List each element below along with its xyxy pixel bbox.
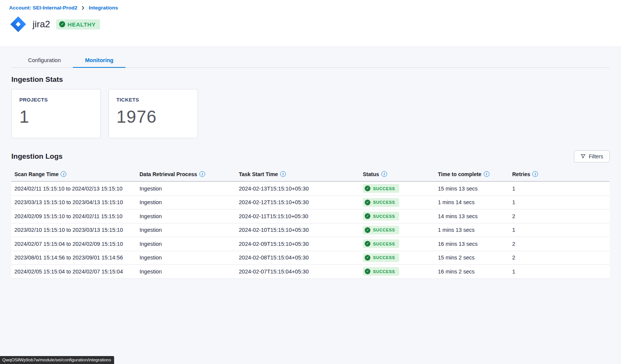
task-start-cell: 2024-02-08T15:15:04+05:30 [239, 255, 363, 261]
status-cell: ✓ SUCCESS [363, 212, 438, 220]
status-badge: ✓ SUCCESS [363, 239, 399, 248]
task-start-cell: 2024-02-10T15:15:10+05:30 [239, 227, 363, 233]
breadcrumb-integrations-link[interactable]: Integrations [89, 5, 118, 11]
table-row[interactable]: 2024/02/05 15:15:04 to 2024/02/07 15:15:… [11, 265, 610, 279]
ingestion-logs-header: Ingestion Logs Filters [11, 150, 610, 162]
col-retries: Retries [512, 171, 530, 177]
info-icon[interactable]: i [280, 171, 286, 177]
status-badge: ✓ SUCCESS [363, 212, 399, 220]
table-row[interactable]: 2023/02/10 15:15:10 to 2023/03/13 15:15:… [11, 223, 610, 237]
retries-cell: 1 [512, 227, 610, 233]
table-row[interactable]: 2024/02/09 15:15:10 to 2024/02/11 15:15:… [11, 209, 610, 223]
retries-cell: 2 [512, 255, 610, 261]
retries-cell: 2 [512, 213, 610, 219]
task-start-cell: 2024-02-09T15:15:10+05:30 [239, 241, 363, 247]
time-to-complete-cell: 16 mins 2 secs [438, 269, 512, 275]
stat-label: PROJECTS [19, 97, 93, 103]
breadcrumb-chevron-icon [81, 6, 85, 10]
stat-label: TICKETS [116, 97, 190, 103]
tab-bar: Configuration Monitoring [11, 54, 610, 68]
check-circle-icon: ✓ [365, 227, 370, 233]
info-icon[interactable]: i [199, 171, 205, 177]
scan-range-cell: 2023/02/10 15:15:10 to 2023/03/13 15:15:… [14, 227, 140, 233]
check-circle-icon: ✓ [365, 241, 370, 247]
stat-value: 1 [19, 106, 93, 127]
retries-cell: 1 [512, 199, 610, 205]
breadcrumb-account-link[interactable]: Account: SEI-Internal-Prod2 [9, 5, 77, 11]
jira-logo-icon [9, 15, 27, 33]
process-cell: Ingestion [140, 199, 239, 205]
status-cell: ✓ SUCCESS [363, 239, 438, 248]
filters-button[interactable]: Filters [574, 150, 610, 162]
info-icon[interactable]: i [484, 171, 489, 177]
scan-range-cell: 2024/02/07 15:15:04 to 2024/02/09 15:15:… [14, 241, 140, 247]
filter-funnel-icon [580, 154, 586, 159]
table-row[interactable]: 2023/03/13 15:15:10 to 2023/04/13 15:15:… [11, 196, 610, 210]
col-scan-range-time: Scan Range Time [14, 171, 58, 177]
status-label: SUCCESS [373, 242, 395, 246]
info-icon[interactable]: i [61, 171, 66, 177]
status-badge: ✓ SUCCESS [363, 253, 399, 262]
info-icon[interactable]: i [381, 171, 387, 177]
process-cell: Ingestion [140, 213, 239, 219]
task-start-cell: 2024-02-11T15:15:10+05:30 [239, 213, 363, 219]
info-icon[interactable]: i [532, 171, 538, 177]
check-circle-icon: ✓ [365, 186, 370, 191]
ingestion-stats-cards: PROJECTS 1 TICKETS 1976 [11, 89, 610, 138]
retries-cell: 1 [512, 186, 610, 192]
retries-cell: 2 [512, 241, 610, 247]
retries-cell: 1 [512, 269, 610, 275]
status-label: SUCCESS [373, 255, 395, 260]
tab-monitoring[interactable]: Monitoring [73, 54, 125, 67]
process-cell: Ingestion [140, 255, 239, 261]
task-start-cell: 2024-02-12T15:15:10+05:30 [239, 199, 363, 205]
status-label: SUCCESS [373, 214, 395, 219]
task-start-cell: 2024-02-13T15:15:10+05:30 [239, 186, 363, 192]
time-to-complete-cell: 16 mins 13 secs [438, 241, 512, 247]
filters-button-label: Filters [589, 153, 603, 159]
status-badge: ✓ SUCCESS [363, 198, 399, 207]
table-row[interactable]: 2023/08/01 15:14:56 to 2023/09/01 15:14:… [11, 251, 610, 265]
integration-name: jira2 [33, 19, 50, 30]
table-row[interactable]: 2024/02/11 15:15:10 to 2024/02/13 15:15:… [11, 182, 610, 196]
status-badge: ✓ SUCCESS [363, 267, 399, 276]
stat-value: 1976 [116, 106, 190, 127]
stat-card-projects: PROJECTS 1 [11, 89, 101, 138]
col-task-start-time: Task Start Time [239, 171, 278, 177]
check-circle-icon: ✓ [365, 255, 370, 261]
status-label: SUCCESS [373, 228, 395, 232]
status-cell: ✓ SUCCESS [363, 198, 438, 207]
status-badge: ✓ SUCCESS [363, 226, 399, 234]
table-body: 2024/02/11 15:15:10 to 2024/02/13 15:15:… [11, 182, 610, 279]
ingestion-logs-table: Scan Range Timei Data Retrieval Processi… [11, 167, 610, 279]
health-status-badge: ✓ HEALTHY [56, 19, 100, 30]
time-to-complete-cell: 1 mins 13 secs [438, 227, 512, 233]
ingestion-stats-title: Ingestion Stats [11, 75, 610, 84]
process-cell: Ingestion [140, 227, 239, 233]
status-label: SUCCESS [373, 200, 395, 205]
main-content: Configuration Monitoring Ingestion Stats… [0, 47, 621, 279]
check-circle-icon: ✓ [59, 21, 65, 27]
table-header-row: Scan Range Timei Data Retrieval Processi… [11, 167, 610, 181]
status-cell: ✓ SUCCESS [363, 267, 438, 276]
scan-range-cell: 2023/08/01 15:14:56 to 2023/09/01 15:14:… [14, 255, 140, 261]
check-circle-icon: ✓ [365, 269, 370, 274]
stat-card-tickets: TICKETS 1976 [108, 89, 198, 138]
tab-configuration[interactable]: Configuration [16, 54, 73, 67]
health-status-label: HEALTHY [67, 21, 96, 28]
time-to-complete-cell: 14 mins 13 secs [438, 213, 512, 219]
time-to-complete-cell: 15 mins 13 secs [438, 186, 512, 192]
ingestion-logs-title: Ingestion Logs [11, 152, 63, 161]
status-badge: ✓ SUCCESS [363, 184, 399, 193]
status-cell: ✓ SUCCESS [363, 253, 438, 262]
table-row[interactable]: 2024/02/07 15:15:04 to 2024/02/09 15:15:… [11, 237, 610, 251]
status-cell: ✓ SUCCESS [363, 184, 438, 193]
page-header: Account: SEI-Internal-Prod2 Integrations [0, 0, 621, 47]
breadcrumb: Account: SEI-Internal-Prod2 Integrations [9, 5, 612, 11]
status-cell: ✓ SUCCESS [363, 226, 438, 234]
time-to-complete-cell: 1 mins 14 secs [438, 199, 512, 205]
check-circle-icon: ✓ [365, 200, 370, 205]
check-circle-icon: ✓ [365, 213, 370, 219]
integration-title-row: jira2 ✓ HEALTHY [9, 15, 612, 33]
scan-range-cell: 2023/03/13 15:15:10 to 2023/04/13 15:15:… [14, 199, 140, 205]
